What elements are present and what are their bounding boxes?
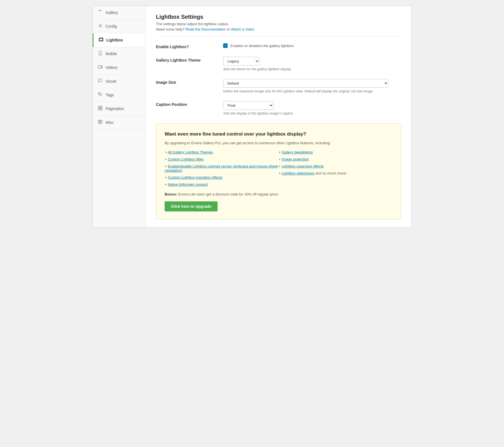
sidebar-item-lightbox[interactable]: Lightbox [93,33,146,47]
upgrade-feature-left: + Native fullscreen support [165,182,279,187]
page-help: Need some help? Read the Documentation o… [156,27,401,31]
sidebar-label-misc: Misc [106,120,114,125]
videos-icon [98,65,103,70]
upgrade-feature-left: + Custom Lightbox titles [165,157,279,161]
upgrade-feature-link[interactable]: Gallery deeplinking [282,150,313,154]
sidebar-label-gallery: Gallery [106,10,118,15]
svg-rect-2 [100,38,102,41]
upgrade-button[interactable]: Click here to Upgrade [165,201,218,211]
help-separator: or [226,27,231,31]
upgrade-bonus: Bonus: Envira Lite users get a discount … [165,192,393,196]
sidebar: GalleryConfigLightboxMobileVideosSocialT… [93,6,146,227]
sidebar-item-misc[interactable]: Misc [93,116,146,129]
upgrade-feature-link[interactable]: Lightbox slideshows [282,171,314,175]
sidebar-label-lightbox: Lightbox [106,38,123,42]
upgrade-features-left: + All Gallery Lightbox Themes+ Custom Li… [165,150,279,187]
svg-rect-8 [101,106,102,108]
enable-lightbox-desc: Enables or disables the gallery lightbox… [230,44,295,48]
upgrade-features-right: + Gallery deeplinking+ Image protection+… [279,150,393,187]
upgrade-feature-link[interactable]: Custom Lightbox transition effects [168,175,223,180]
svg-point-0 [100,25,101,27]
upgrade-feature-link[interactable]: Lightbox supersize effects [282,164,324,168]
upgrade-feature-link[interactable]: Image protection [282,157,309,161]
upgrade-feature-left: + Enable/disable Lightbox controls (arro… [165,164,279,173]
sidebar-item-videos[interactable]: Videos [93,61,146,74]
image-size-select[interactable]: Default Thumbnail Medium Large Full [223,79,388,88]
sidebar-label-config: Config [106,24,117,29]
lightbox-icon [99,37,104,43]
svg-point-6 [99,93,100,94]
svg-rect-10 [101,108,102,110]
sidebar-item-pagination[interactable]: Pagination [93,102,146,116]
svg-rect-5 [98,66,101,68]
upgrade-title: Want even more fine tuned control over y… [165,131,393,137]
sidebar-label-pagination: Pagination [106,106,124,111]
tags-icon [98,92,103,98]
upgrade-feature-right: + Lightbox supersize effects [279,164,393,168]
upgrade-feature-right: + Gallery deeplinking [279,150,393,154]
svg-rect-7 [98,106,100,108]
upgrade-features: + All Gallery Lightbox Themes+ Custom Li… [165,150,393,187]
page-subtitle: The settings below adjust the lightbox o… [156,22,401,26]
enable-lightbox-control: ✓ Enables or disables the gallery lightb… [223,43,401,48]
lightbox-theme-description: Sets the theme for the gallery lightbox … [223,67,401,71]
divider [156,36,401,37]
social-icon [98,78,103,84]
caption-position-description: Sets the display of the lightbox image's… [223,111,401,115]
image-size-description: Define the maximum image size for the Li… [223,89,401,93]
sidebar-item-gallery[interactable]: Gallery [93,6,146,20]
upgrade-feature-left: + Custom Lightbox transition effects [165,175,279,180]
lightbox-theme-control: Legacy Dark Light Minimal Sets the theme… [223,57,401,71]
enable-lightbox-checkbox[interactable]: ✓ [223,43,228,48]
main-content: Lightbox Settings The settings below adj… [146,6,411,227]
lightbox-theme-select[interactable]: Legacy Dark Light Minimal [223,57,260,66]
sidebar-label-videos: Videos [106,65,118,70]
caption-position-row: Caption Position Float Below Above None … [156,101,401,115]
caption-position-label: Caption Position [156,101,223,107]
pagination-icon [98,106,103,111]
upgrade-feature-link[interactable]: Custom Lightbox titles [168,157,204,161]
upgrade-box: Want even more fine tuned control over y… [156,123,401,220]
feature-suffix: and so much more! [314,171,347,175]
mobile-icon [98,51,103,57]
upgrade-feature-right: + Image protection [279,157,393,161]
enable-lightbox-checkbox-row: ✓ Enables or disables the gallery lightb… [223,43,401,48]
help-prefix: Need some help? [156,27,186,31]
image-size-control: Default Thumbnail Medium Large Full Defi… [223,79,401,93]
enable-lightbox-label: Enable Lightbox? [156,43,223,49]
upgrade-feature-right: + Lightbox slideshows and so much more! [279,171,393,175]
caption-position-control: Float Below Above None Sets the display … [223,101,401,115]
caption-position-select[interactable]: Float Below Above None [223,101,274,110]
sidebar-item-mobile[interactable]: Mobile [93,47,146,61]
sidebar-label-mobile: Mobile [106,52,117,56]
image-size-label: Image Size [156,79,223,85]
sidebar-label-tags: Tags [106,93,114,97]
gallery-icon [98,10,103,15]
help-doc-link[interactable]: Read the Documentation [186,27,226,31]
page-title: Lightbox Settings [156,14,401,20]
config-icon [98,24,103,29]
help-video-link[interactable]: Watch a Video [231,27,255,31]
upgrade-subtitle: By upgrading to Envira Gallery Pro, you … [165,141,393,145]
upgrade-feature-link[interactable]: Enable/disable Lightbox controls (arrow,… [165,164,278,173]
sidebar-item-social[interactable]: Social [93,74,146,88]
lightbox-theme-label: Gallery Lightbox Theme [156,57,223,62]
upgrade-feature-link[interactable]: All Gallery Lightbox Themes [168,150,213,154]
misc-icon [98,120,103,125]
sidebar-item-tags[interactable]: Tags [93,88,146,102]
svg-rect-9 [98,108,100,110]
lightbox-theme-row: Gallery Lightbox Theme Legacy Dark Light… [156,57,401,71]
upgrade-feature-link[interactable]: Native fullscreen support [168,182,208,187]
app-container: GalleryConfigLightboxMobileVideosSocialT… [92,6,412,228]
enable-lightbox-row: Enable Lightbox? ✓ Enables or disables t… [156,43,401,49]
image-size-row: Image Size Default Thumbnail Medium Larg… [156,79,401,93]
sidebar-label-social: Social [106,79,116,83]
sidebar-item-config[interactable]: Config [93,20,146,33]
upgrade-feature-left: + All Gallery Lightbox Themes [165,150,279,154]
